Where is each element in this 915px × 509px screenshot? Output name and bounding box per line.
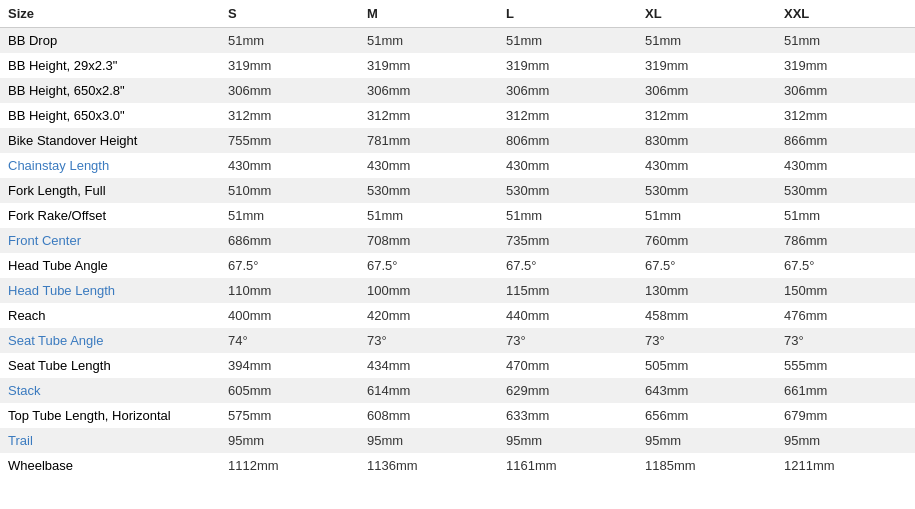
row-value-xl: 73° xyxy=(637,328,776,353)
row-value-m: 530mm xyxy=(359,178,498,203)
row-value-s: 575mm xyxy=(220,403,359,428)
header-s: S xyxy=(220,0,359,28)
row-value-xl: 306mm xyxy=(637,78,776,103)
header-m: M xyxy=(359,0,498,28)
row-value-xl: 312mm xyxy=(637,103,776,128)
table-row: Seat Tube Angle74°73°73°73°73° xyxy=(0,328,915,353)
table-row: BB Drop51mm51mm51mm51mm51mm xyxy=(0,28,915,54)
row-value-m: 312mm xyxy=(359,103,498,128)
row-value-m: 73° xyxy=(359,328,498,353)
table-row: Seat Tube Length394mm434mm470mm505mm555m… xyxy=(0,353,915,378)
row-value-l: 319mm xyxy=(498,53,637,78)
row-label: Bike Standover Height xyxy=(0,128,220,153)
row-label: BB Height, 650x3.0" xyxy=(0,103,220,128)
table-header-row: SizeSMLXLXXL xyxy=(0,0,915,28)
table-row: Fork Length, Full510mm530mm530mm530mm530… xyxy=(0,178,915,203)
row-value-xxl: 555mm xyxy=(776,353,915,378)
table-row: BB Height, 650x3.0"312mm312mm312mm312mm3… xyxy=(0,103,915,128)
table-row: Chainstay Length430mm430mm430mm430mm430m… xyxy=(0,153,915,178)
geometry-table: SizeSMLXLXXL BB Drop51mm51mm51mm51mm51mm… xyxy=(0,0,915,478)
row-value-xxl: 67.5° xyxy=(776,253,915,278)
row-value-xxl: 530mm xyxy=(776,178,915,203)
row-value-s: 686mm xyxy=(220,228,359,253)
row-label: Trail xyxy=(0,428,220,453)
row-value-m: 306mm xyxy=(359,78,498,103)
row-label: Seat Tube Length xyxy=(0,353,220,378)
row-value-xxl: 312mm xyxy=(776,103,915,128)
row-value-xxl: 95mm xyxy=(776,428,915,453)
row-value-s: 394mm xyxy=(220,353,359,378)
row-value-xl: 430mm xyxy=(637,153,776,178)
row-label: BB Drop xyxy=(0,28,220,54)
row-value-xxl: 679mm xyxy=(776,403,915,428)
row-label: Top Tube Length, Horizontal xyxy=(0,403,220,428)
row-label: Head Tube Length xyxy=(0,278,220,303)
row-value-xxl: 1211mm xyxy=(776,453,915,478)
row-value-xl: 656mm xyxy=(637,403,776,428)
row-value-s: 74° xyxy=(220,328,359,353)
row-value-xl: 505mm xyxy=(637,353,776,378)
row-value-l: 440mm xyxy=(498,303,637,328)
row-value-xl: 51mm xyxy=(637,28,776,54)
row-value-s: 605mm xyxy=(220,378,359,403)
row-value-s: 1112mm xyxy=(220,453,359,478)
row-value-xl: 95mm xyxy=(637,428,776,453)
row-value-s: 110mm xyxy=(220,278,359,303)
row-value-xl: 1185mm xyxy=(637,453,776,478)
row-value-m: 100mm xyxy=(359,278,498,303)
row-label: Head Tube Angle xyxy=(0,253,220,278)
row-value-xl: 760mm xyxy=(637,228,776,253)
row-value-m: 430mm xyxy=(359,153,498,178)
table-row: Stack605mm614mm629mm643mm661mm xyxy=(0,378,915,403)
row-value-s: 400mm xyxy=(220,303,359,328)
row-value-l: 1161mm xyxy=(498,453,637,478)
row-value-m: 420mm xyxy=(359,303,498,328)
row-value-m: 434mm xyxy=(359,353,498,378)
row-value-s: 510mm xyxy=(220,178,359,203)
row-value-xxl: 150mm xyxy=(776,278,915,303)
row-value-xl: 530mm xyxy=(637,178,776,203)
table-row: Reach400mm420mm440mm458mm476mm xyxy=(0,303,915,328)
row-label: Seat Tube Angle xyxy=(0,328,220,353)
row-value-m: 614mm xyxy=(359,378,498,403)
row-value-l: 806mm xyxy=(498,128,637,153)
row-value-xxl: 786mm xyxy=(776,228,915,253)
row-value-l: 73° xyxy=(498,328,637,353)
row-value-xl: 319mm xyxy=(637,53,776,78)
row-value-l: 51mm xyxy=(498,203,637,228)
table-row: BB Height, 650x2.8"306mm306mm306mm306mm3… xyxy=(0,78,915,103)
row-label: Chainstay Length xyxy=(0,153,220,178)
header-xxl: XXL xyxy=(776,0,915,28)
table-row: Wheelbase1112mm1136mm1161mm1185mm1211mm xyxy=(0,453,915,478)
row-value-m: 1136mm xyxy=(359,453,498,478)
row-value-xxl: 319mm xyxy=(776,53,915,78)
row-value-m: 708mm xyxy=(359,228,498,253)
row-value-xl: 51mm xyxy=(637,203,776,228)
row-value-xl: 130mm xyxy=(637,278,776,303)
row-value-s: 306mm xyxy=(220,78,359,103)
row-value-xxl: 476mm xyxy=(776,303,915,328)
row-label: BB Height, 29x2.3" xyxy=(0,53,220,78)
row-value-l: 430mm xyxy=(498,153,637,178)
row-value-xl: 643mm xyxy=(637,378,776,403)
row-value-m: 319mm xyxy=(359,53,498,78)
table-row: Bike Standover Height755mm781mm806mm830m… xyxy=(0,128,915,153)
row-value-xxl: 430mm xyxy=(776,153,915,178)
row-value-s: 312mm xyxy=(220,103,359,128)
row-value-l: 51mm xyxy=(498,28,637,54)
table-row: Top Tube Length, Horizontal575mm608mm633… xyxy=(0,403,915,428)
table-row: Head Tube Length110mm100mm115mm130mm150m… xyxy=(0,278,915,303)
row-value-l: 67.5° xyxy=(498,253,637,278)
row-label: Wheelbase xyxy=(0,453,220,478)
row-value-l: 115mm xyxy=(498,278,637,303)
row-value-s: 95mm xyxy=(220,428,359,453)
table-row: BB Height, 29x2.3"319mm319mm319mm319mm31… xyxy=(0,53,915,78)
row-value-xl: 67.5° xyxy=(637,253,776,278)
row-value-m: 51mm xyxy=(359,203,498,228)
row-value-m: 781mm xyxy=(359,128,498,153)
header-l: L xyxy=(498,0,637,28)
row-value-s: 51mm xyxy=(220,28,359,54)
row-value-xxl: 51mm xyxy=(776,203,915,228)
table-row: Fork Rake/Offset51mm51mm51mm51mm51mm xyxy=(0,203,915,228)
row-value-s: 319mm xyxy=(220,53,359,78)
